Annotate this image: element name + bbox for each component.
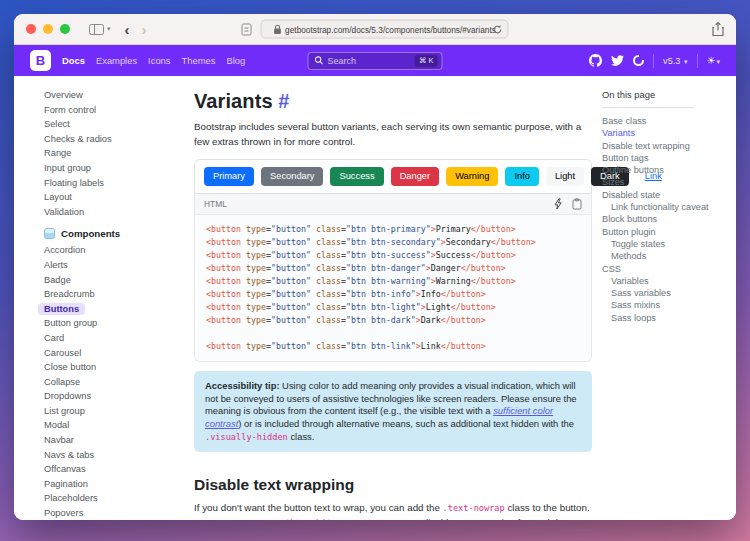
zoom-window-button[interactable]: [60, 24, 70, 34]
example-button-success[interactable]: Success: [330, 167, 383, 186]
example-button-light[interactable]: Light: [546, 167, 584, 186]
sidebar-item-buttons[interactable]: Buttons: [44, 302, 180, 317]
version-dropdown[interactable]: v5.3 ▾: [663, 56, 687, 66]
sidebar-item-label: Accordion: [44, 245, 85, 255]
sidebar-item-list-group[interactable]: List group: [44, 404, 180, 419]
address-bar[interactable]: getbootstrap.com/docs/5.3/components/but…: [261, 20, 509, 39]
page-settings-icon[interactable]: [242, 23, 252, 35]
sidebar-item-validation[interactable]: Validation: [44, 205, 180, 220]
text: class.: [288, 431, 315, 442]
toc-item-css[interactable]: CSS: [602, 263, 722, 275]
sidebar-item-label: Breadcrumb: [44, 289, 95, 299]
navbar-link-icons[interactable]: Icons: [148, 55, 170, 66]
navbar-link-docs[interactable]: Docs: [62, 55, 85, 66]
reload-icon[interactable]: [493, 24, 503, 34]
toc-item-toggle-states[interactable]: Toggle states: [602, 238, 722, 250]
sidebar-item-label: Collapse: [44, 377, 80, 387]
toc-item-outline-buttons[interactable]: Outline buttons: [602, 164, 722, 176]
opencollective-icon[interactable]: [633, 55, 644, 66]
sidebar-item-placeholders[interactable]: Placeholders: [44, 491, 180, 506]
bold-text: Accessibility tip:: [205, 380, 280, 391]
toc-item-variants[interactable]: Variants: [602, 127, 722, 139]
share-icon[interactable]: [712, 22, 724, 37]
sidebar-item-navs-tabs[interactable]: Navs & tabs: [44, 448, 180, 463]
example-button-danger[interactable]: Danger: [391, 167, 440, 186]
example-button-secondary[interactable]: Secondary: [261, 167, 323, 186]
sidebar-item-close-button[interactable]: Close button: [44, 360, 180, 375]
text: ) or is included through alternative mea…: [238, 418, 574, 429]
sidebar-item-alerts[interactable]: Alerts: [44, 258, 180, 273]
toc-item-methods[interactable]: Methods: [602, 250, 722, 262]
sidebar-item-label: Placeholders: [44, 493, 98, 503]
example-button-primary[interactable]: Primary: [204, 167, 254, 186]
sidebar-item-checks-radios[interactable]: Checks & radios: [44, 132, 180, 147]
toc-item-sass-variables[interactable]: Sass variables: [602, 287, 722, 299]
toc-item-sass-mixins[interactable]: Sass mixins: [602, 299, 722, 311]
example-button-warning[interactable]: Warning: [446, 167, 498, 186]
sidebar-item-dropdowns[interactable]: Dropdowns: [44, 389, 180, 404]
code-line: <button type="button" class="btn btn-lin…: [206, 340, 580, 353]
github-icon[interactable]: [589, 54, 602, 67]
text: If you don't want the button text to wra…: [194, 502, 443, 513]
sidebar-item-modal[interactable]: Modal: [44, 418, 180, 433]
toc-title: On this page: [602, 89, 722, 100]
toc-item-base-class[interactable]: Base class: [602, 115, 722, 127]
sidebar-item-select[interactable]: Select: [44, 117, 180, 132]
sidebar-item-offcanvas[interactable]: Offcanvas: [44, 462, 180, 477]
sidebar-item-layout[interactable]: Layout: [44, 190, 180, 205]
sidebar-item-overview[interactable]: Overview: [44, 88, 180, 103]
sidebar-item-floating-labels[interactable]: Floating labels: [44, 176, 180, 191]
sidebar-item-pagination[interactable]: Pagination: [44, 477, 180, 492]
toc-item-link-functionality-caveat[interactable]: Link functionality caveat: [602, 201, 722, 213]
toc-item-button-tags[interactable]: Button tags: [602, 152, 722, 164]
toc-item-disable-text-wrapping[interactable]: Disable text wrapping: [602, 140, 722, 152]
navbar-link-blog[interactable]: Blog: [226, 55, 245, 66]
sidebar-item-popovers[interactable]: Popovers: [44, 506, 180, 520]
navbar-link-examples[interactable]: Examples: [96, 55, 137, 66]
section-title-disable-text-wrapping: Disable text wrapping: [194, 476, 584, 494]
docs-sidebar: OverviewForm controlSelectChecks & radio…: [14, 76, 180, 520]
forward-button[interactable]: ›: [142, 22, 147, 37]
code-line: [206, 327, 580, 340]
code-snippet: HTML <button type="button" class="btn bt…: [194, 194, 592, 362]
heading-anchor-link[interactable]: #: [278, 90, 289, 112]
sidebar-item-form-control[interactable]: Form control: [44, 103, 180, 118]
toc-item-disabled-state[interactable]: Disabled state: [602, 189, 722, 201]
example-button-info[interactable]: Info: [505, 167, 539, 186]
sidebar-section-components[interactable]: Components: [44, 228, 180, 239]
chevron-down-icon[interactable]: ▾: [107, 25, 111, 33]
sidebar-item-badge[interactable]: Badge: [44, 273, 180, 288]
sidebar-item-carousel[interactable]: Carousel: [44, 346, 180, 361]
navbar-divider: [697, 54, 698, 68]
sidebar-item-breadcrumb[interactable]: Breadcrumb: [44, 287, 180, 302]
sidebar-item-accordion[interactable]: Accordion: [44, 243, 180, 258]
sidebar-item-collapse[interactable]: Collapse: [44, 375, 180, 390]
sidebar-item-range[interactable]: Range: [44, 146, 180, 161]
bootstrap-logo[interactable]: B: [30, 50, 51, 71]
toc-item-sizes[interactable]: Sizes: [602, 176, 722, 188]
theme-toggle[interactable]: ☀▾: [707, 55, 720, 66]
toc-item-variables[interactable]: Variables: [602, 275, 722, 287]
sidebar-item-card[interactable]: Card: [44, 331, 180, 346]
search-input[interactable]: Search ⌘ K: [308, 52, 443, 70]
toc-item-button-plugin[interactable]: Button plugin: [602, 226, 722, 238]
sidebar-item-navbar[interactable]: Navbar: [44, 433, 180, 448]
close-window-button[interactable]: [26, 24, 36, 34]
back-button[interactable]: ‹: [125, 22, 130, 37]
copy-icon[interactable]: [572, 198, 582, 210]
minimize-window-button[interactable]: [43, 24, 53, 34]
sidebar-toggle-icon[interactable]: [89, 24, 104, 35]
toc-item-block-buttons[interactable]: Block buttons: [602, 213, 722, 225]
url-text: getbootstrap.com/docs/5.3/components/but…: [285, 24, 496, 34]
lightning-icon[interactable]: [553, 198, 563, 210]
code-line: <button type="button" class="btn btn-sec…: [206, 236, 580, 249]
code-block[interactable]: <button type="button" class="btn btn-pri…: [195, 215, 591, 361]
search-placeholder: Search: [328, 56, 411, 66]
toc-item-sass-loops[interactable]: Sass loops: [602, 312, 722, 324]
sidebar-item-input-group[interactable]: Input group: [44, 161, 180, 176]
sidebar-item-button-group[interactable]: Button group: [44, 316, 180, 331]
sidebar-item-label: Pagination: [44, 479, 88, 489]
lock-icon: [273, 24, 281, 34]
navbar-link-themes[interactable]: Themes: [182, 55, 216, 66]
twitter-icon[interactable]: [611, 54, 624, 67]
